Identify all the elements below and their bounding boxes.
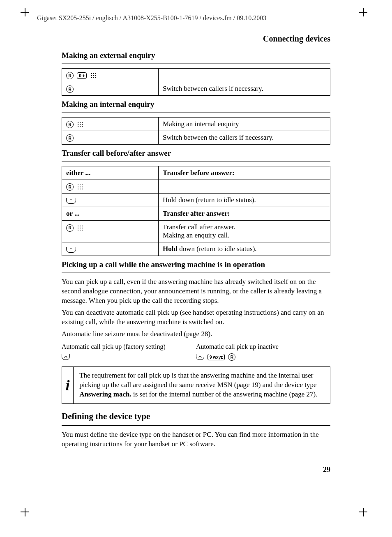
header-cell: Transfer before answer: [159, 166, 330, 180]
line1: Transfer call after answer. [163, 223, 235, 231]
table-row: R [62, 180, 330, 194]
desc-cell: Switch between the callers if necessary. [159, 131, 330, 145]
key-cell: ⌃ [62, 242, 159, 256]
heading-device-type: Defining the device type [62, 411, 330, 422]
keypad-icon [90, 72, 97, 79]
key-cell: R [62, 221, 159, 242]
keypad-icon [77, 121, 83, 128]
paragraph: Automatic line seizure must be deactivat… [62, 330, 330, 339]
crop-mark [25, 508, 25, 516]
handset-icon: ⌃ [66, 198, 76, 204]
r-key-icon: R [66, 183, 74, 191]
talk-key-icon [62, 354, 70, 360]
info-b: is set for the internal number of the an… [131, 390, 318, 398]
handset-icon: ⌃ [66, 247, 76, 253]
desc-cell: Making an internal enquiry [159, 118, 330, 131]
section-title: Connecting devices [62, 34, 330, 44]
desc-cell [159, 69, 330, 82]
key-seq [62, 353, 196, 360]
key-cell: ⌃ [62, 194, 159, 207]
header-cell: or ... [62, 207, 159, 221]
line2: Making an enquiry call. [163, 231, 229, 239]
col-label: Automatic call pick up inactive [196, 343, 330, 350]
col-left: Automatic call pick up (factory setting) [62, 343, 196, 361]
desc-cell: Hold down (return to idle status). [159, 194, 330, 207]
rule [62, 272, 330, 273]
talk-key-icon [196, 354, 204, 360]
info-box: i The requirement for call pick up is th… [62, 366, 330, 404]
table-row: ⌃ Hold down (return to idle status). [62, 194, 330, 207]
table-external-enquiry: R 0 + R Switch between callers if necess… [62, 68, 330, 96]
key-cell: R [62, 82, 159, 96]
crop-mark [363, 8, 364, 16]
table-header-row: or ... Transfer after answer: [62, 207, 330, 221]
table-row: R 0 + [62, 69, 330, 82]
table-transfer: either ... Transfer before answer: R ⌃ H… [62, 166, 330, 256]
table-internal-enquiry: R Making an internal enquiry R Switch be… [62, 117, 330, 145]
keypad-icon [77, 184, 83, 190]
page: Gigaset SX205-255i / englisch / A31008-X… [0, 0, 392, 537]
key-cell: R [62, 118, 159, 131]
columns: Automatic call pick up (factory setting)… [62, 343, 330, 361]
heading-transfer: Transfer call before/after answer [62, 149, 330, 158]
keypad-icon [77, 225, 83, 231]
table-row: ⌃ Hold down (return to idle status). [62, 242, 330, 256]
r-key-icon: R [66, 85, 74, 93]
heading-internal-enquiry: Making an internal enquiry [62, 100, 330, 109]
desc-cell [159, 180, 330, 194]
rule [62, 161, 330, 162]
key-cell: R [62, 131, 159, 145]
paragraph: You can deactivate automatic call pick u… [62, 308, 330, 327]
header-cell: either ... [62, 166, 159, 180]
table-header-row: either ... Transfer before answer: [62, 166, 330, 180]
rule [62, 63, 330, 64]
crop-mark [25, 8, 25, 16]
rule [62, 112, 330, 113]
heading-pickup: Picking up a call while the answering ma… [62, 260, 330, 269]
info-icon: i [62, 367, 74, 403]
key-cell: R [62, 180, 159, 194]
col-label: Automatic call pick up (factory setting) [62, 343, 196, 350]
table-row: R Transfer call after answer. Making an … [62, 221, 330, 242]
rule-dark [62, 425, 330, 426]
r-key-icon: R [66, 134, 74, 142]
info-text: The requirement for call pick up is that… [74, 367, 330, 403]
header-cell: Transfer after answer: [159, 207, 330, 221]
desc-cell: Switch between callers if necessary. [159, 82, 330, 96]
r-key-icon: R [66, 72, 74, 79]
info-bold: Answering mach. [79, 390, 131, 398]
bold: Hold [163, 245, 178, 253]
table-row: R Making an internal enquiry [62, 118, 330, 131]
table-row: R Switch between callers if necessary. [62, 82, 330, 96]
paragraph: You can pick up a call, even if the answ… [62, 277, 330, 306]
header-path: Gigaset SX205-255i / englisch / A31008-X… [37, 12, 355, 22]
zero-key-icon: 0 + [77, 72, 87, 79]
desc-cell: Transfer call after answer. Making an en… [159, 221, 330, 242]
info-a: The requirement for call pick up is that… [79, 371, 316, 389]
content: Connecting devices Making an external en… [62, 34, 330, 474]
r-key-icon: R [66, 224, 74, 232]
key-seq: 9 wxyz R [196, 353, 330, 361]
desc-cell: Hold down (return to idle status). [159, 242, 330, 256]
nine-key-icon: 9 wxyz [208, 354, 225, 360]
r-key-icon: R [66, 121, 74, 128]
key-cell: R 0 + [62, 69, 159, 82]
col-right: Automatic call pick up inactive 9 wxyz R [196, 343, 330, 361]
r-key-icon: R [228, 353, 235, 361]
table-row: R Switch between the callers if necessar… [62, 131, 330, 145]
heading-external-enquiry: Making an external enquiry [62, 51, 330, 60]
page-number: 29 [62, 466, 330, 474]
paragraph: You must define the device type on the h… [62, 430, 330, 449]
crop-mark [363, 508, 364, 516]
rest: down (return to idle status). [178, 245, 257, 253]
